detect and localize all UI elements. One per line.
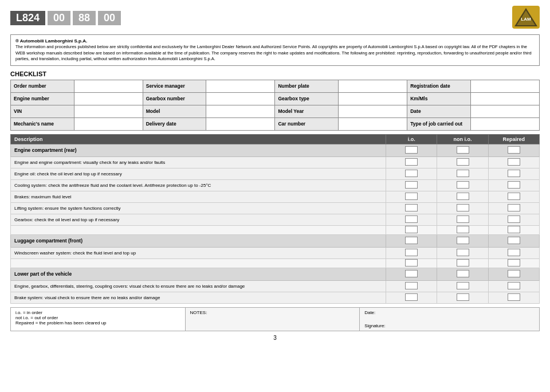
non-io-checkbox[interactable] — [437, 225, 488, 234]
repaired-checkbox[interactable] — [488, 234, 539, 247]
info-label: Number plate — [275, 80, 339, 92]
io-checkbox[interactable] — [386, 179, 437, 191]
info-value[interactable] — [470, 105, 539, 117]
repaired-checkbox[interactable] — [488, 168, 539, 179]
non-io-checkbox[interactable] — [437, 214, 488, 225]
checklist-section-row: Engine compartment (rear) — [11, 144, 540, 156]
io-checkbox[interactable] — [386, 268, 437, 280]
io-checkbox[interactable] — [386, 156, 437, 168]
repaired-checkbox[interactable] — [488, 144, 539, 156]
item-description: Brake system: visual check to ensure the… — [11, 292, 386, 303]
io-checkbox[interactable] — [386, 258, 437, 268]
info-value[interactable] — [470, 92, 539, 105]
date-label: Date: — [364, 310, 535, 315]
lamborghini-logo: LAM — [512, 6, 540, 30]
info-label: Gearbox type — [275, 92, 339, 105]
info-label: Date — [407, 105, 471, 117]
footer-notes: NOTES: — [185, 307, 360, 331]
repaired-checkbox[interactable] — [488, 191, 539, 202]
info-label: Registration date — [407, 80, 471, 92]
io-checkbox[interactable] — [386, 168, 437, 179]
io-checkbox[interactable] — [386, 234, 437, 247]
item-description: Engine and engine compartment: visually … — [11, 156, 386, 168]
info-value[interactable] — [206, 80, 275, 92]
copyright-body: The information and procedures published… — [15, 44, 535, 62]
repaired-checkbox[interactable] — [488, 292, 539, 303]
copyright-title: ® Automobili Lamborghini S.p.A. — [15, 38, 535, 44]
info-label: Order number — [11, 80, 74, 92]
non-io-checkbox[interactable] — [437, 202, 488, 214]
non-io-checkbox[interactable] — [437, 179, 488, 191]
repaired-checkbox[interactable] — [488, 179, 539, 191]
checklist-table: Description i.o. non i.o. Repaired Engin… — [10, 134, 540, 304]
info-label: Service manager — [143, 80, 206, 92]
repaired-checkbox[interactable] — [488, 280, 539, 292]
legend-line: Repaired = the problem has been cleared … — [15, 320, 180, 326]
info-value[interactable] — [206, 105, 275, 117]
checklist-item-row: Brake system: visual check to ensure the… — [11, 292, 540, 303]
io-checkbox[interactable] — [386, 247, 437, 258]
info-value[interactable] — [74, 92, 143, 105]
section-label: Engine compartment (rear) — [11, 144, 386, 156]
info-label: Km/Mls — [407, 92, 471, 105]
info-label: VIN — [11, 105, 74, 117]
info-row: VIN Model Model Year Date — [11, 105, 540, 117]
info-value[interactable] — [470, 80, 539, 92]
checklist-empty-row — [11, 258, 540, 268]
checklist-item-row: Lifting system: ensure the system functi… — [11, 202, 540, 214]
io-checkbox[interactable] — [386, 280, 437, 292]
copyright-box: ® Automobili Lamborghini S.p.A. The info… — [10, 34, 540, 66]
checklist-item-row: Brakes: maximum fluid level — [11, 191, 540, 202]
checklist-item-row: Windscreen washer system: check the flui… — [11, 247, 540, 258]
col-header-non-io: non i.o. — [437, 134, 488, 144]
repaired-checkbox[interactable] — [488, 268, 539, 280]
repaired-checkbox[interactable] — [488, 258, 539, 268]
io-checkbox[interactable] — [386, 191, 437, 202]
non-io-checkbox[interactable] — [437, 156, 488, 168]
io-checkbox[interactable] — [386, 202, 437, 214]
info-value[interactable] — [74, 117, 143, 130]
info-value[interactable] — [339, 92, 407, 105]
non-io-checkbox[interactable] — [437, 280, 488, 292]
info-value[interactable] — [74, 105, 143, 117]
io-checkbox[interactable] — [386, 214, 437, 225]
repaired-checkbox[interactable] — [488, 202, 539, 214]
header-codes: L824 00 88 00 — [10, 11, 122, 25]
info-value[interactable] — [470, 117, 539, 130]
io-checkbox[interactable] — [386, 144, 437, 156]
non-io-checkbox[interactable] — [437, 247, 488, 258]
non-io-checkbox[interactable] — [437, 234, 488, 247]
checklist-item-row: Engine, gearbox, differentials, steering… — [11, 280, 540, 292]
io-checkbox[interactable] — [386, 225, 437, 234]
repaired-checkbox[interactable] — [488, 214, 539, 225]
info-value[interactable] — [339, 117, 407, 130]
non-io-checkbox[interactable] — [437, 144, 488, 156]
info-value[interactable] — [206, 117, 275, 130]
repaired-checkbox[interactable] — [488, 247, 539, 258]
item-description: Windscreen washer system: check the flui… — [11, 247, 386, 258]
info-value[interactable] — [339, 80, 407, 92]
info-value[interactable] — [339, 105, 407, 117]
repaired-checkbox[interactable] — [488, 225, 539, 234]
non-io-checkbox[interactable] — [437, 268, 488, 280]
info-value[interactable] — [206, 92, 275, 105]
info-row: Order number Service manager Number plat… — [11, 80, 540, 92]
checklist-empty-row — [11, 225, 540, 234]
info-value[interactable] — [74, 80, 143, 92]
non-io-checkbox[interactable] — [437, 168, 488, 179]
info-label: Delivery date — [143, 117, 206, 130]
header-code3: 00 — [98, 11, 121, 25]
info-table: Order number Service manager Number plat… — [10, 80, 540, 131]
info-label: Model Year — [275, 105, 339, 117]
io-checkbox[interactable] — [386, 292, 437, 303]
legend-line: not i.o. = out of order — [15, 315, 180, 320]
item-description: Lifting system: ensure the system functi… — [11, 202, 386, 214]
non-io-checkbox[interactable] — [437, 191, 488, 202]
item-description: Gearbox: check the oil level and top up … — [11, 214, 386, 225]
header-code1: 00 — [48, 11, 70, 25]
header-code2: 88 — [73, 11, 96, 25]
non-io-checkbox[interactable] — [437, 258, 488, 268]
non-io-checkbox[interactable] — [437, 292, 488, 303]
repaired-checkbox[interactable] — [488, 156, 539, 168]
item-description: Engine oil: check the oil level and top … — [11, 168, 386, 179]
